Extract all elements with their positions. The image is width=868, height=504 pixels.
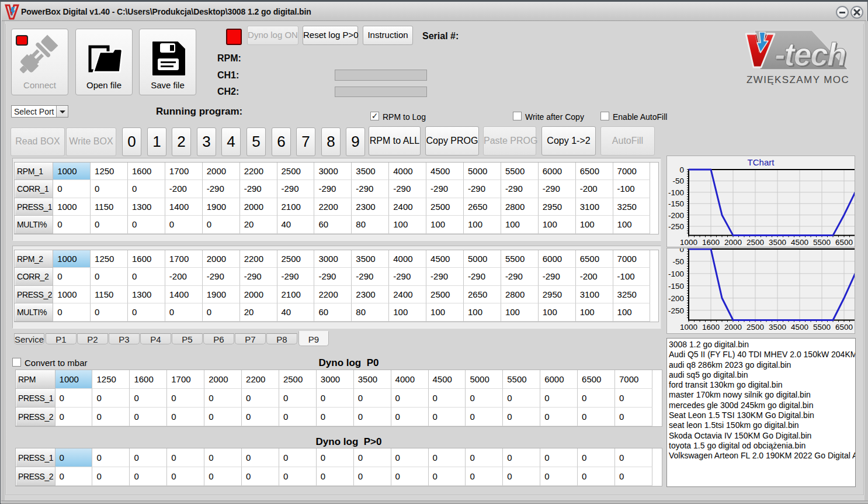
svg-text:-50: -50 <box>672 257 684 266</box>
svg-text:3500: 3500 <box>769 238 786 247</box>
svg-text:-200: -200 <box>668 211 684 220</box>
svg-text:0: 0 <box>679 248 684 254</box>
svg-text:5500: 5500 <box>813 323 831 332</box>
svg-text:2000: 2000 <box>724 238 742 247</box>
svg-text:-200: -200 <box>668 294 684 303</box>
svg-text:1000: 1000 <box>680 323 697 332</box>
svg-text:4500: 4500 <box>791 323 808 332</box>
svg-text:-tech: -tech <box>775 36 846 73</box>
svg-text:2500: 2500 <box>747 323 764 332</box>
svg-text:6500: 6500 <box>835 238 853 247</box>
svg-text:-250: -250 <box>668 306 684 315</box>
svg-text:-250: -250 <box>668 222 684 231</box>
svg-text:6500: 6500 <box>835 323 853 332</box>
svg-text:-50: -50 <box>672 177 684 185</box>
svg-text:4500: 4500 <box>791 238 808 247</box>
svg-text:-100: -100 <box>668 188 684 197</box>
svg-text:ZWIĘKSZAMY MOC: ZWIĘKSZAMY MOC <box>747 74 849 85</box>
svg-text:3500: 3500 <box>769 323 786 332</box>
svg-text:TChart: TChart <box>748 157 775 167</box>
svg-text:-150: -150 <box>668 282 684 291</box>
svg-text:2000: 2000 <box>724 323 742 332</box>
svg-text:1600: 1600 <box>702 238 720 247</box>
svg-text:-100: -100 <box>668 270 684 278</box>
svg-text:2500: 2500 <box>747 238 764 247</box>
svg-text:1600: 1600 <box>702 323 720 332</box>
svg-text:0: 0 <box>679 165 684 174</box>
svg-text:1000: 1000 <box>680 238 697 247</box>
svg-text:5500: 5500 <box>813 238 831 247</box>
svg-text:-150: -150 <box>668 199 684 208</box>
